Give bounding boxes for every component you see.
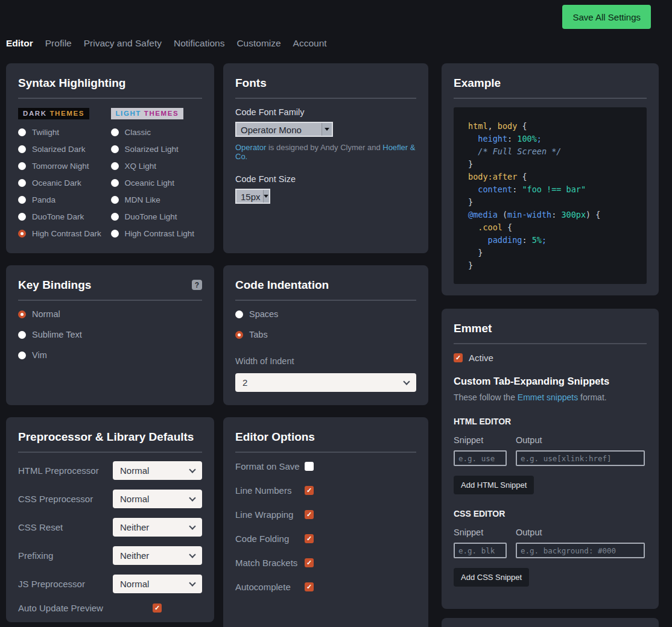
code-line: .cool {	[468, 221, 641, 234]
add-snippet-button[interactable]: Add HTML Snippet	[454, 476, 534, 494]
help-icon[interactable]: ?	[192, 280, 202, 290]
radio-icon[interactable]	[111, 145, 119, 153]
emmet-section-heading: HTML EDITOR	[454, 417, 647, 426]
radio-option-twilight[interactable]: Twilight	[18, 128, 110, 137]
select-value: 15px	[236, 190, 263, 203]
radio-option-panda[interactable]: Panda	[18, 195, 110, 204]
code-font-size-select[interactable]: 15px	[235, 189, 270, 204]
radio-option-high-contrast-light[interactable]: High Contrast Light	[111, 229, 203, 238]
select-css-reset[interactable]: Neither	[113, 518, 202, 537]
snippet-input[interactable]	[454, 450, 507, 466]
radio-icon[interactable]	[235, 331, 243, 339]
tab-privacy-and-safety[interactable]: Privacy and Safety	[84, 38, 162, 49]
radio-icon[interactable]	[111, 213, 119, 221]
checkbox-code-folding[interactable]	[305, 534, 314, 543]
emmet-snippets-link[interactable]: Emmet snippets	[518, 392, 578, 402]
checkbox-autocomplete[interactable]	[305, 582, 314, 591]
radio-icon[interactable]	[18, 213, 26, 221]
code-line: /* Full Screen */	[468, 145, 641, 158]
output-input[interactable]	[516, 450, 645, 466]
radio-option-solarized-dark[interactable]: Solarized Dark	[18, 145, 110, 154]
tab-notifications[interactable]: Notifications	[174, 38, 224, 49]
badge-word: LIGHT	[116, 110, 142, 117]
select-value: Normal	[120, 579, 149, 589]
chevron-down-icon	[189, 494, 195, 501]
tab-customize[interactable]: Customize	[236, 38, 281, 49]
select-html-preprocessor[interactable]: Normal	[113, 461, 202, 480]
checkbox-format-on-save[interactable]	[305, 462, 314, 471]
radio-icon[interactable]	[18, 145, 26, 153]
code-token: }	[468, 248, 483, 257]
checkbox-match-brackets[interactable]	[305, 558, 314, 567]
radio-option-xq-light[interactable]: XQ Light	[111, 162, 203, 171]
radio-option-spaces[interactable]: Spaces	[235, 309, 416, 319]
radio-option-sublime-text[interactable]: Sublime Text	[18, 330, 202, 339]
radio-option-mdn-like[interactable]: MDN Like	[111, 195, 203, 204]
code-token: ,	[488, 121, 498, 131]
select-prefixing[interactable]: Neither	[113, 546, 202, 565]
divider	[18, 98, 202, 99]
column-middle: Fonts Code Font Family Operator Mono Ope…	[223, 63, 428, 627]
output-input[interactable]	[516, 543, 645, 558]
radio-option-tabs[interactable]: Tabs	[235, 330, 416, 339]
radio-option-normal[interactable]: Normal	[18, 309, 202, 319]
code-token: height	[478, 134, 507, 143]
radio-icon[interactable]	[111, 128, 119, 136]
checkbox-line-numbers[interactable]	[305, 486, 314, 495]
width-of-indent-select[interactable]: 2	[235, 373, 416, 392]
radio-icon[interactable]	[18, 310, 26, 318]
code-font-family-select[interactable]: Operator Mono	[235, 122, 333, 137]
emmet-sections: HTML EDITORSnippetOutputAdd HTML Snippet…	[454, 417, 647, 587]
radio-option-oceanic-light[interactable]: Oceanic Light	[111, 178, 203, 187]
preprocessor-row: PrefixingNeither	[18, 546, 202, 565]
radio-icon[interactable]	[18, 196, 26, 204]
radio-option-classic[interactable]: Classic	[111, 128, 203, 137]
save-all-settings-button[interactable]: Save All Settings	[562, 5, 651, 29]
radio-option-label: High Contrast Light	[125, 229, 195, 238]
add-snippet-button[interactable]: Add CSS Snippet	[454, 568, 529, 587]
radio-icon[interactable]	[111, 162, 119, 170]
radio-option-vim[interactable]: Vim	[18, 350, 202, 360]
radio-option-duotone-dark[interactable]: DuoTone Dark	[18, 212, 110, 221]
auto-update-preview-checkbox[interactable]	[153, 603, 162, 613]
radio-option-label: MDN Like	[125, 195, 160, 204]
themes-grid: DARK THEMES TwilightSolarized DarkTomorr…	[18, 107, 202, 246]
radio-icon[interactable]	[18, 162, 26, 170]
syntax-highlighting-title: Syntax Highlighting	[18, 77, 202, 90]
radio-option-tomorrow-night[interactable]: Tomorrow Night	[18, 162, 110, 171]
radio-icon[interactable]	[111, 230, 119, 238]
radio-icon[interactable]	[235, 310, 243, 318]
radio-icon[interactable]	[18, 351, 26, 359]
tab-account[interactable]: Account	[293, 38, 327, 49]
preprocessor-label: JS Preprocessor	[18, 579, 113, 589]
radio-icon[interactable]	[111, 196, 119, 204]
radio-icon[interactable]	[111, 179, 119, 187]
checkbox-line-wrapping[interactable]	[305, 510, 314, 519]
settings-tabs: EditorProfilePrivacy and SafetyNotificat…	[6, 38, 327, 49]
snippet-inputs-row	[454, 543, 647, 558]
radio-icon[interactable]	[18, 179, 26, 187]
radio-option-solarized-light[interactable]: Solarized Light	[111, 145, 203, 154]
code-token: body	[498, 121, 518, 131]
tab-editor[interactable]: Editor	[6, 38, 33, 49]
select-css-preprocessor[interactable]: Normal	[113, 490, 202, 508]
radio-option-label: High Contrast Dark	[32, 229, 101, 238]
emmet-active-checkbox[interactable]	[454, 353, 463, 362]
key-bindings-card: Key Bindings ? NormalSublime TextVim	[6, 265, 214, 405]
operator-link[interactable]: Operator	[235, 143, 266, 152]
editor-option-row: Line Wrapping	[235, 509, 416, 520]
radio-option-high-contrast-dark[interactable]: High Contrast Dark	[18, 229, 110, 238]
code-line: }	[468, 259, 641, 272]
radio-icon[interactable]	[18, 230, 26, 238]
custom-snippets-heading: Custom Tab-Expanding Snippets	[454, 376, 647, 387]
editor-option-label: Line Numbers	[235, 485, 305, 496]
radio-option-duotone-light[interactable]: DuoTone Light	[111, 212, 203, 221]
snippet-input[interactable]	[454, 543, 507, 558]
select-js-preprocessor[interactable]: Normal	[113, 575, 202, 593]
radio-icon[interactable]	[18, 331, 26, 339]
tab-profile[interactable]: Profile	[45, 38, 72, 49]
radio-icon[interactable]	[18, 128, 26, 136]
radio-option-oceanic-dark[interactable]: Oceanic Dark	[18, 178, 110, 187]
select-value: 2	[242, 377, 247, 388]
emmet-section-heading: CSS EDITOR	[454, 509, 647, 518]
